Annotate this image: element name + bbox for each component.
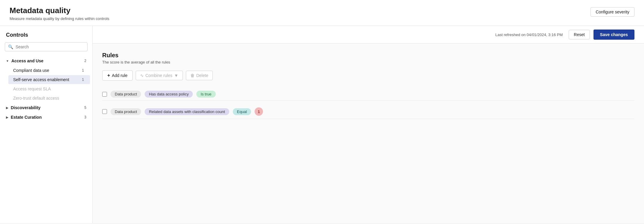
nav-group-estate-curation[interactable]: ▶ Estate Curation 3 <box>0 112 92 122</box>
add-rule-button[interactable]: + Add rule <box>102 70 133 81</box>
header-left: Metadata quality Measure metadata qualit… <box>10 6 109 21</box>
rule-checkbox-1[interactable] <box>102 92 107 97</box>
page-header: Metadata quality Measure metadata qualit… <box>0 0 644 26</box>
page-title: Metadata quality <box>10 6 109 15</box>
trash-icon: 🗑 <box>190 73 195 78</box>
tag-has-data-access-policy: Has data access policy <box>145 91 193 98</box>
nav-group-count-access-and-use: 2 <box>84 59 86 63</box>
table-row: Data product Has data access policy Is t… <box>102 88 634 101</box>
nav-item-label: Access request SLA <box>13 86 51 91</box>
nav-group-discoverability[interactable]: ▶ Discoverability 5 <box>0 103 92 112</box>
sidebar-item-self-serve-access-enablement[interactable]: Self-serve access enablement 1 <box>8 75 90 84</box>
nav-group-count-estate-curation: 3 <box>84 115 86 119</box>
chevron-down-combine-icon: ▼ <box>174 73 178 78</box>
chevron-down-icon: ▼ <box>6 59 9 63</box>
combine-rules-label: Combine rules <box>146 73 172 78</box>
nav-group-label-estate-curation: Estate Curation <box>11 115 42 120</box>
combine-rules-button[interactable]: ∿ Combine rules ▼ <box>136 71 183 80</box>
sidebar-item-access-request-sla: Access request SLA <box>8 84 90 93</box>
nav-group-label-access-and-use: Access and Use <box>11 58 43 63</box>
table-row: Data product Related data assets with cl… <box>102 104 634 119</box>
nav-item-label: Compliant data use <box>13 68 49 73</box>
search-input[interactable] <box>16 44 84 49</box>
rules-title: Rules <box>102 52 634 59</box>
nav-children-access-and-use: Compliant data use 1 Self-serve access e… <box>0 66 92 103</box>
last-refreshed-text: Last refreshed on 04/01/2024, 3:16 PM <box>495 33 563 37</box>
rules-subtitle: The score is the average of all the rule… <box>102 60 634 64</box>
nav-item-count: 1 <box>82 78 84 82</box>
sidebar: Controls 🔍 ▼ Access and Use 2 Compliant … <box>0 26 93 223</box>
rules-actions: + Add rule ∿ Combine rules ▼ 🗑 Delete <box>102 70 634 81</box>
nav-item-label: Self-serve access enablement <box>13 77 69 82</box>
search-icon: 🔍 <box>8 44 13 49</box>
nav-group-count-discoverability: 5 <box>84 106 86 110</box>
save-changes-button[interactable]: Save changes <box>593 30 634 40</box>
nav-item-label: Zero-trust default access <box>13 96 59 101</box>
delete-label: Delete <box>196 73 208 78</box>
combine-icon: ∿ <box>140 73 144 78</box>
tag-data-product-2: Data product <box>111 108 141 115</box>
sidebar-item-zero-trust-default-access: Zero-trust default access <box>8 94 90 103</box>
add-rule-label: Add rule <box>112 73 127 78</box>
tag-is-true: Is true <box>196 91 215 98</box>
toolbar-bar: Last refreshed on 04/01/2024, 3:16 PM Re… <box>93 26 644 44</box>
plus-icon: + <box>107 73 110 78</box>
page-subtitle: Measure metadata quality by defining rul… <box>10 16 109 21</box>
chevron-right-icon-2: ▶ <box>6 116 8 119</box>
main-layout: Controls 🔍 ▼ Access and Use 2 Compliant … <box>0 26 644 223</box>
tag-equal: Equal <box>233 108 251 115</box>
delete-button[interactable]: 🗑 Delete <box>186 71 213 80</box>
sidebar-item-compliant-data-use[interactable]: Compliant data use 1 <box>8 66 90 75</box>
rules-list: Data product Has data access policy Is t… <box>102 88 634 119</box>
nav-section: ▼ Access and Use 2 Compliant data use 1 … <box>0 56 92 122</box>
reset-button[interactable]: Reset <box>569 30 590 39</box>
chevron-right-icon: ▶ <box>6 106 8 109</box>
rule-checkbox-2[interactable] <box>102 109 107 114</box>
search-box[interactable]: 🔍 <box>5 42 88 51</box>
sidebar-title: Controls <box>0 32 92 42</box>
tag-value-1: 1 <box>255 107 263 116</box>
rules-section: Rules The score is the average of all th… <box>93 44 644 127</box>
main-content: Last refreshed on 04/01/2024, 3:16 PM Re… <box>93 26 644 223</box>
configure-severity-button[interactable]: Configure severity <box>591 7 634 17</box>
nav-group-access-and-use[interactable]: ▼ Access and Use 2 <box>0 56 92 66</box>
nav-item-count: 1 <box>82 68 84 72</box>
tag-related-data-assets: Related data assets with classification … <box>145 108 229 115</box>
nav-group-label-discoverability: Discoverability <box>11 105 41 110</box>
tag-data-product-1: Data product <box>111 91 141 98</box>
